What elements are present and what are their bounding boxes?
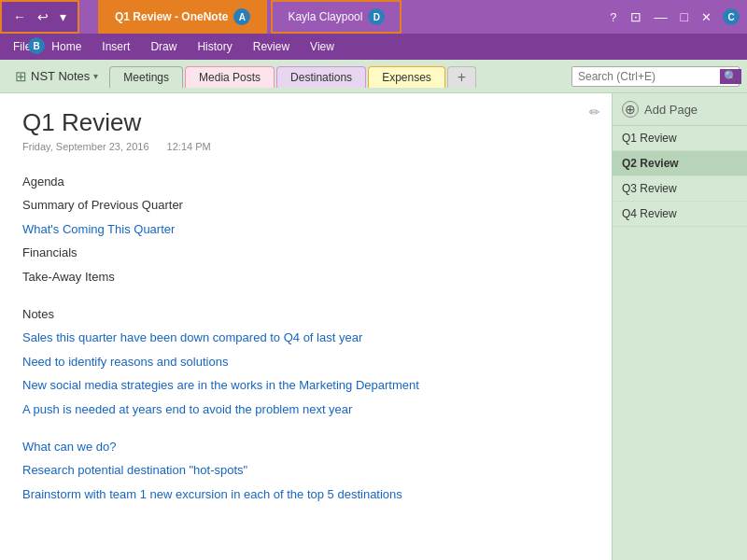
tab-add[interactable]: +: [447, 66, 476, 88]
back-button[interactable]: ←: [9, 7, 30, 26]
undo-button[interactable]: ↩: [34, 7, 52, 26]
close-button[interactable]: ✕: [696, 9, 717, 25]
title-bar-center: Q1 Review - OneNote A Kayla Claypool D: [79, 0, 597, 34]
menu-insert[interactable]: Insert: [92, 36, 139, 57]
page-content: ✏ Q1 Review Friday, September 23, 2016 1…: [0, 93, 612, 560]
page-item-q1[interactable]: Q1 Review: [613, 126, 747, 151]
help-button[interactable]: ?: [604, 9, 622, 25]
content-line: Take-Away Items: [22, 266, 589, 287]
annotation-a: A: [233, 8, 250, 25]
tab-meetings[interactable]: Meetings: [109, 66, 183, 88]
ribbon-menu: B File Home Insert Draw History Review V…: [0, 34, 747, 60]
content-line: Need to identify reasons and solutions: [22, 351, 589, 372]
tab-expenses[interactable]: Expenses: [368, 66, 445, 88]
content-line: What can we do?: [22, 436, 589, 457]
add-page-label: Add Page: [644, 103, 698, 117]
page-item-q2[interactable]: Q2 Review: [613, 151, 747, 176]
page-list: Q1 Review Q2 Review Q3 Review Q4 Review: [613, 126, 747, 560]
notebook-icon: ⊞: [15, 68, 27, 85]
minimize-button[interactable]: —: [649, 8, 673, 25]
tab-destinations[interactable]: Destinations: [276, 66, 366, 88]
annotation-d: D: [368, 8, 385, 25]
content-line: Brainstorm with team 1 new excursion in …: [22, 483, 589, 505]
app-title: Q1 Review - OneNote A: [98, 0, 267, 34]
notebook-selector[interactable]: ⊞ NST Notes ▾: [7, 68, 106, 85]
search-box[interactable]: 🔍: [571, 66, 740, 87]
edit-icon[interactable]: ✏: [589, 105, 600, 119]
plus-circle-icon: ⊕: [622, 101, 639, 118]
page-item-q4[interactable]: Q4 Review: [613, 202, 747, 227]
search-input[interactable]: [578, 70, 718, 83]
content-line: Summary of Previous Quarter: [22, 194, 589, 216]
menu-history[interactable]: History: [188, 36, 241, 57]
menu-review[interactable]: Review: [244, 36, 299, 57]
window-controls: ? ⊡ — □ ✕ C: [597, 0, 747, 34]
menu-home[interactable]: Home: [42, 36, 91, 57]
content-line: Notes: [22, 303, 589, 325]
full-screen-button[interactable]: ⊡: [625, 8, 647, 25]
user-name: Kayla Claypool D: [271, 0, 402, 34]
tabs-area: Meetings Media Posts Destinations Expens…: [106, 65, 564, 87]
page-body: Agenda Summary of Previous Quarter What'…: [22, 171, 589, 505]
content-line: What's Coming This Quarter: [22, 218, 589, 240]
notebook-chevron: ▾: [93, 71, 98, 81]
date-text: Friday, September 23, 2016: [22, 141, 149, 152]
tab-media-posts[interactable]: Media Posts: [185, 66, 275, 88]
content-line: Sales this quarter have been down compar…: [22, 327, 589, 348]
quick-access-dropdown[interactable]: ▾: [56, 7, 70, 26]
content-line: Research potential destination "hot-spot…: [22, 459, 589, 481]
page-item-q3[interactable]: Q3 Review: [613, 176, 747, 202]
menu-view[interactable]: View: [301, 36, 344, 57]
page-title: Q1 Review: [22, 108, 589, 137]
content-line: A push is needed at years end to avoid t…: [22, 399, 589, 420]
title-bar: ← ↩ ▾ Q1 Review - OneNote A Kayla Claypo…: [0, 0, 747, 34]
main-area: ✏ Q1 Review Friday, September 23, 2016 1…: [0, 93, 747, 560]
search-button[interactable]: 🔍: [720, 69, 741, 84]
quick-access-toolbar: ← ↩ ▾: [0, 0, 79, 34]
content-line: Agenda: [22, 171, 589, 192]
menu-draw[interactable]: Draw: [141, 36, 186, 57]
add-page-button[interactable]: ⊕ Add Page: [613, 93, 747, 126]
annotation-c: C: [723, 8, 740, 25]
restore-button[interactable]: □: [675, 8, 694, 25]
content-line: New social media strategies are in the w…: [22, 374, 589, 396]
page-date: Friday, September 23, 2016 12:14 PM: [22, 141, 589, 152]
notebook-bar: ⊞ NST Notes ▾ Meetings Media Posts Desti…: [0, 60, 747, 93]
notebook-name-label: NST Notes: [31, 69, 90, 83]
right-sidebar: ⊕ Add Page Q1 Review Q2 Review Q3 Review…: [612, 93, 747, 560]
annotation-b: B: [28, 37, 45, 54]
content-line: Financials: [22, 242, 589, 263]
time-text: 12:14 PM: [167, 141, 211, 152]
